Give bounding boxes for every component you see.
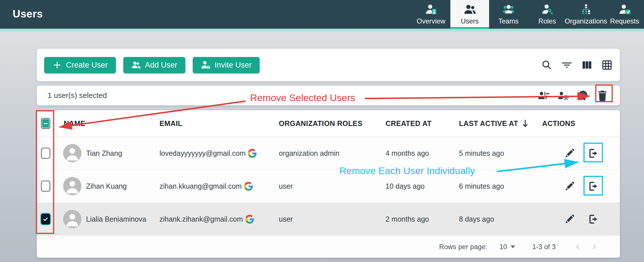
column-header-name[interactable]: NAME <box>55 119 149 128</box>
user-created-at: 2 months ago <box>367 215 442 223</box>
pagination-range: 1-3 of 3 <box>532 243 556 251</box>
chevron-left-icon <box>575 244 581 250</box>
rows-per-page-select[interactable]: 10 <box>499 243 515 251</box>
user-org-roles: user <box>262 182 367 190</box>
org-hierarchy-icon <box>580 3 592 15</box>
remove-user-icon[interactable] <box>588 214 599 224</box>
users-table: NAME EMAIL ORGANIZATION ROLES CREATED AT… <box>37 110 620 258</box>
tab-roles[interactable]: Roles <box>528 0 567 29</box>
edit-icon[interactable] <box>564 148 575 159</box>
user-name: Lialia Beniaminova <box>86 215 146 223</box>
column-header-last-active-at[interactable]: LAST ACTIVE AT <box>442 119 537 128</box>
user-created-at: 4 months ago <box>367 149 442 157</box>
search-icon[interactable] <box>541 60 552 70</box>
avatar <box>63 210 81 228</box>
filter-icon[interactable] <box>561 60 572 70</box>
user-last-active-at: 6 minutes ago <box>442 182 537 190</box>
person-badge-icon <box>425 3 437 15</box>
user-name: Tian Zhang <box>86 149 122 157</box>
tab-label: Overview <box>417 17 445 25</box>
indeterminate-mark-icon <box>42 119 49 128</box>
table-row[interactable]: Tian Zhang lovedayyyyyyy@gmail.com organ… <box>37 137 620 170</box>
people-plus-icon <box>131 60 141 70</box>
selection-bar: 1 user(s) selected <box>37 86 620 105</box>
view-columns-icon[interactable] <box>581 60 592 70</box>
add-user-label: Add User <box>145 61 178 70</box>
tab-requests[interactable]: Requests <box>605 0 644 29</box>
column-header-email[interactable]: EMAIL <box>149 119 262 128</box>
remove-user-icon[interactable] <box>588 181 599 192</box>
person-check-icon <box>619 3 631 15</box>
user-last-active-at: 8 days ago <box>442 215 537 223</box>
remove-user-icon[interactable] <box>588 148 599 159</box>
user-org-roles: user <box>262 215 367 223</box>
user-org-roles: organization admin <box>262 149 367 157</box>
page-title: Users <box>13 8 43 20</box>
person-key-icon <box>541 3 553 15</box>
row-checkbox[interactable] <box>41 181 50 192</box>
tab-teams[interactable]: Teams <box>489 0 528 29</box>
toolbar: Create User Add User Invite User <box>37 49 620 81</box>
row-checkbox[interactable] <box>41 214 50 224</box>
tab-label: Roles <box>538 17 556 25</box>
team-group-icon <box>503 3 515 15</box>
people-icon <box>464 3 476 15</box>
user-email: zihank.zihank@gmail.com <box>159 215 243 223</box>
invite-user-label: Invite User <box>215 61 252 70</box>
person-settings-icon[interactable] <box>557 90 569 102</box>
tab-users[interactable]: Users <box>450 0 489 29</box>
grid-view-icon[interactable] <box>602 60 612 70</box>
create-user-label: Create User <box>66 61 108 70</box>
google-icon <box>244 182 253 191</box>
create-user-button[interactable]: Create User <box>44 57 116 73</box>
tab-overview[interactable]: Overview <box>412 0 450 29</box>
table-row[interactable]: Zihan Kuang zihan.kkuang@gmail.com user … <box>37 170 620 203</box>
rows-per-page-value: 10 <box>499 243 507 251</box>
selection-actions <box>538 90 608 102</box>
table-footer: Rows per page: 10 1-3 of 3 <box>37 236 620 258</box>
app-bar: Users Overview Users <box>0 0 644 29</box>
tab-label: Users <box>461 17 479 25</box>
add-user-button[interactable]: Add User <box>123 57 186 73</box>
user-last-active-at: 5 minutes ago <box>442 149 537 157</box>
edit-icon[interactable] <box>564 181 575 192</box>
column-header-created-at[interactable]: CREATED AT <box>367 119 442 128</box>
user-created-at: 10 days ago <box>367 182 442 190</box>
select-all-checkbox[interactable] <box>41 118 50 129</box>
delete-icon[interactable] <box>596 90 608 102</box>
google-icon <box>248 149 257 158</box>
column-header-org-roles[interactable]: ORGANIZATION ROLES <box>262 119 367 128</box>
person-remove-icon[interactable] <box>538 90 550 102</box>
sort-desc-icon[interactable] <box>522 119 529 128</box>
chevron-right-icon <box>591 244 597 250</box>
award-icon[interactable] <box>577 90 589 102</box>
table-header-row: NAME EMAIL ORGANIZATION ROLES CREATED AT… <box>37 110 620 137</box>
google-icon <box>245 215 254 224</box>
row-checkbox[interactable] <box>41 148 50 159</box>
invite-user-button[interactable]: Invite User <box>193 57 260 73</box>
toolbar-right-icons <box>541 60 612 70</box>
previous-page-button[interactable] <box>572 241 584 253</box>
tab-organizations[interactable]: Organizations <box>567 0 605 29</box>
user-name: Zihan Kuang <box>86 182 127 190</box>
table-body: Tian Zhang lovedayyyyyyy@gmail.com organ… <box>37 137 620 236</box>
plus-icon <box>52 60 62 70</box>
tab-label: Teams <box>498 17 519 25</box>
column-header-actions: ACTIONS <box>537 119 620 128</box>
table-row[interactable]: Lialia Beniaminova zihank.zihank@gmail.c… <box>37 203 620 236</box>
avatar <box>63 144 81 162</box>
caret-down-icon <box>511 245 515 248</box>
check-icon <box>43 216 48 222</box>
user-email: zihan.kkuang@gmail.com <box>159 182 242 190</box>
avatar <box>63 177 81 195</box>
next-page-button[interactable] <box>588 241 600 253</box>
selection-count: 1 user(s) selected <box>48 91 107 100</box>
user-email: lovedayyyyyyy@gmail.com <box>159 149 246 157</box>
rows-per-page-label: Rows per page: <box>439 243 487 251</box>
person-mail-icon <box>201 60 211 70</box>
tab-label: Requests <box>610 17 639 25</box>
tab-label: Organizations <box>565 17 607 25</box>
nav-tabs: Overview Users Teams <box>412 0 644 29</box>
edit-icon[interactable] <box>564 214 575 224</box>
